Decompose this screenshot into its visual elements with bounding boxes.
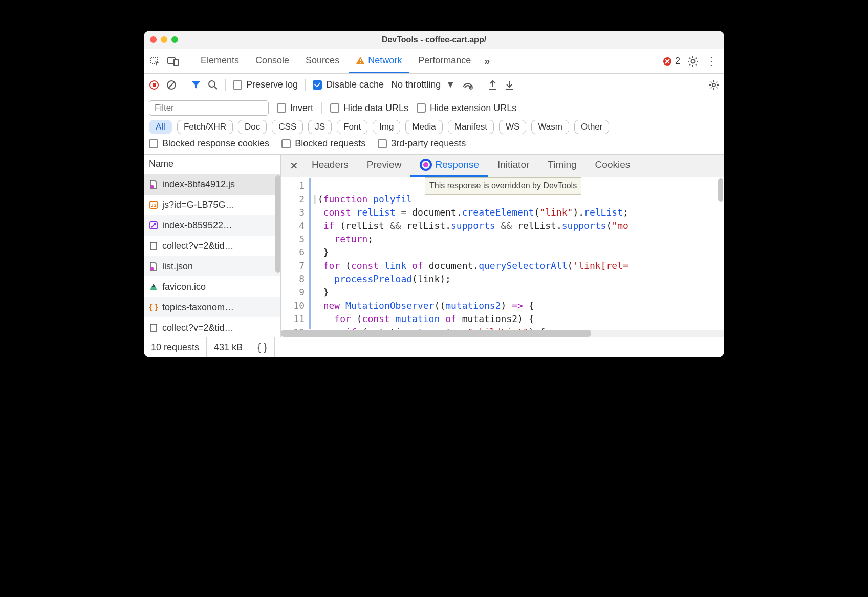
tab-network[interactable]: Network bbox=[349, 49, 409, 73]
filter-pill-manifest[interactable]: Manifest bbox=[448, 120, 494, 134]
filter-pill-wasm[interactable]: Wasm bbox=[531, 120, 569, 134]
request-row[interactable]: { } topics-taxonom… bbox=[144, 297, 280, 317]
line-gutter: 123456789101112 bbox=[281, 177, 309, 330]
request-row[interactable]: index-8bfa4912.js bbox=[144, 174, 280, 195]
clear-icon[interactable] bbox=[166, 80, 177, 90]
code-horizontal-scrollbar[interactable] bbox=[281, 330, 724, 337]
filter-area: Invert Hide data URLs Hide extension URL… bbox=[144, 96, 724, 155]
request-name: favicon.ico bbox=[162, 282, 206, 292]
request-row[interactable]: index-b859522… bbox=[144, 215, 280, 236]
svg-line-20 bbox=[214, 87, 217, 89]
generic-file-icon bbox=[149, 323, 158, 332]
svg-rect-39 bbox=[150, 324, 157, 331]
filter-pill-fetch-xhr[interactable]: Fetch/XHR bbox=[177, 120, 233, 134]
filter-pill-media[interactable]: Media bbox=[405, 120, 442, 134]
request-name: index-b859522… bbox=[162, 220, 232, 231]
svg-line-14 bbox=[689, 64, 690, 65]
filter-pill-doc[interactable]: Doc bbox=[238, 120, 267, 134]
resource-type-filters: All Fetch/XHR Doc CSS JS Font Img Media … bbox=[149, 120, 719, 134]
close-window-button[interactable] bbox=[150, 36, 157, 43]
detail-tab-preview[interactable]: Preview bbox=[358, 155, 411, 177]
status-requests: 10 requests bbox=[144, 337, 207, 357]
filter-pill-other[interactable]: Other bbox=[574, 120, 610, 134]
detail-panel: ✕ Headers Preview Response Initiator Tim… bbox=[281, 155, 724, 337]
request-row[interactable]: collect?v=2&tid… bbox=[144, 317, 280, 337]
blocked-cookies-checkbox[interactable]: Blocked response cookies bbox=[149, 138, 269, 149]
upload-har-icon[interactable] bbox=[488, 80, 497, 90]
disable-cache-checkbox[interactable]: Disable cache bbox=[313, 79, 384, 90]
device-toggle-icon[interactable] bbox=[167, 57, 179, 66]
pretty-print-button[interactable]: { } bbox=[250, 337, 275, 357]
response-code-area[interactable]: 123456789101112 |(function polyfil const… bbox=[281, 177, 724, 330]
preserve-log-checkbox[interactable]: Preserve log bbox=[233, 79, 298, 90]
request-row[interactable]: list.json bbox=[144, 256, 280, 276]
close-detail-icon[interactable]: ✕ bbox=[285, 160, 302, 172]
network-settings-gear-icon[interactable] bbox=[709, 80, 719, 90]
request-list-header[interactable]: Name bbox=[144, 155, 280, 174]
inspect-icon[interactable] bbox=[150, 56, 160, 67]
disable-cache-label: Disable cache bbox=[326, 79, 384, 90]
traffic-lights bbox=[150, 36, 178, 43]
request-row[interactable]: JS js?id=G-LB75G… bbox=[144, 195, 280, 215]
titlebar: DevTools - coffee-cart.app/ bbox=[144, 31, 724, 49]
search-icon[interactable] bbox=[208, 80, 218, 90]
svg-line-12 bbox=[696, 64, 697, 65]
maximize-window-button[interactable] bbox=[171, 36, 178, 43]
blocked-requests-checkbox[interactable]: Blocked requests bbox=[281, 138, 365, 149]
detail-tab-response[interactable]: Response bbox=[410, 155, 488, 177]
filter-pill-img[interactable]: Img bbox=[373, 120, 400, 134]
filter-pill-js[interactable]: JS bbox=[308, 120, 332, 134]
request-list: Name index-8bfa4912.js JS js?id=G-LB75G…… bbox=[144, 155, 281, 337]
record-icon[interactable] bbox=[149, 80, 159, 90]
hide-data-urls-checkbox[interactable]: Hide data URLs bbox=[330, 103, 408, 114]
throttling-dropdown[interactable]: No throttling ▼ bbox=[391, 79, 455, 90]
filter-funnel-icon[interactable] bbox=[191, 80, 201, 90]
network-conditions-icon[interactable] bbox=[462, 80, 473, 90]
svg-rect-4 bbox=[360, 62, 361, 63]
code-vertical-scrollbar[interactable] bbox=[718, 178, 723, 202]
request-row[interactable]: favicon.ico bbox=[144, 276, 280, 297]
invert-checkbox[interactable]: Invert bbox=[277, 103, 313, 114]
request-name: collect?v=2&tid… bbox=[162, 241, 234, 251]
detail-tab-headers[interactable]: Headers bbox=[302, 155, 358, 177]
filter-input[interactable] bbox=[149, 100, 269, 116]
kebab-menu-icon[interactable]: ⋮ bbox=[706, 56, 717, 67]
code-content[interactable]: |(function polyfil const relList = docum… bbox=[309, 177, 724, 330]
filter-pill-all[interactable]: All bbox=[149, 120, 172, 134]
hide-extension-urls-checkbox[interactable]: Hide extension URLs bbox=[417, 103, 516, 114]
tab-console[interactable]: Console bbox=[248, 49, 296, 73]
favicon-icon bbox=[149, 282, 158, 291]
request-name: index-8bfa4912.js bbox=[162, 179, 235, 190]
settings-gear-icon[interactable] bbox=[687, 56, 699, 67]
json-override-file-icon bbox=[149, 262, 158, 271]
svg-line-13 bbox=[696, 57, 697, 58]
tab-sources[interactable]: Sources bbox=[298, 49, 346, 73]
svg-point-24 bbox=[712, 83, 715, 87]
filter-pill-ws[interactable]: WS bbox=[499, 120, 526, 134]
download-har-icon[interactable] bbox=[505, 80, 514, 90]
request-list-scrollbar[interactable] bbox=[275, 175, 280, 273]
tab-elements[interactable]: Elements bbox=[193, 49, 246, 73]
svg-text:JS: JS bbox=[150, 203, 156, 208]
detail-tab-initiator[interactable]: Initiator bbox=[488, 155, 538, 177]
filter-pill-css[interactable]: CSS bbox=[272, 120, 303, 134]
window-title: DevTools - coffee-cart.app/ bbox=[144, 35, 724, 45]
tab-performance[interactable]: Performance bbox=[411, 49, 478, 73]
css-file-icon bbox=[149, 221, 158, 230]
tab-performance-label: Performance bbox=[418, 55, 471, 66]
error-indicator[interactable]: 2 bbox=[663, 56, 680, 67]
generic-file-icon bbox=[149, 241, 158, 250]
network-split: Name index-8bfa4912.js JS js?id=G-LB75G…… bbox=[144, 155, 724, 337]
request-name: js?id=G-LB75G… bbox=[162, 200, 235, 210]
json-braces-icon: { } bbox=[149, 303, 158, 312]
detail-tab-cookies[interactable]: Cookies bbox=[586, 155, 640, 177]
third-party-checkbox[interactable]: 3rd-party requests bbox=[378, 138, 466, 149]
request-row[interactable]: collect?v=2&tid… bbox=[144, 236, 280, 256]
filter-pill-font[interactable]: Font bbox=[337, 120, 367, 134]
detail-tab-timing[interactable]: Timing bbox=[538, 155, 585, 177]
more-tabs-icon[interactable]: » bbox=[480, 55, 494, 67]
svg-rect-2 bbox=[174, 59, 178, 66]
detail-tabs: ✕ Headers Preview Response Initiator Tim… bbox=[281, 155, 724, 177]
preserve-log-label: Preserve log bbox=[246, 79, 298, 90]
minimize-window-button[interactable] bbox=[161, 36, 167, 43]
